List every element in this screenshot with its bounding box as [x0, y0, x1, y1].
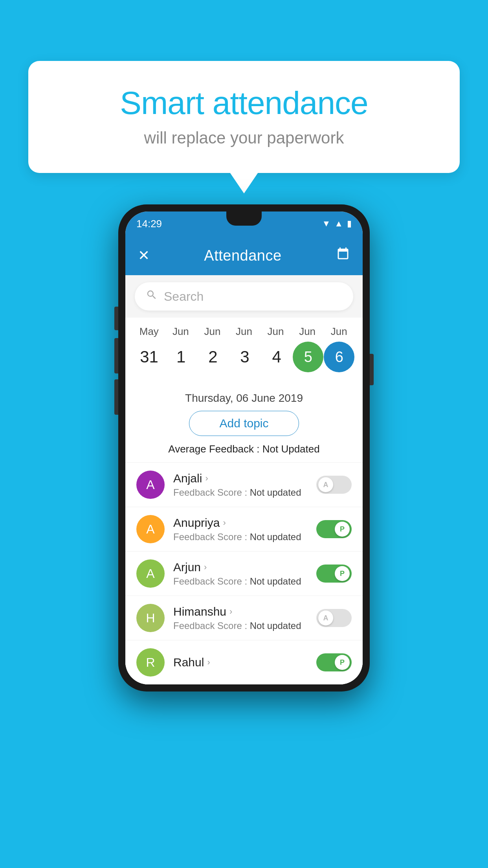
date-2[interactable]: 2	[197, 348, 229, 366]
student-item-anjali: A Anjali › Feedback Score : Not updated	[125, 462, 363, 507]
student-item-arjun: A Arjun › Feedback Score : Not updated	[125, 551, 363, 596]
selected-date: Thursday, 06 June 2019	[125, 383, 363, 411]
month-3: Jun	[228, 326, 260, 338]
search-placeholder: Search	[164, 289, 204, 304]
search-container: Search	[125, 275, 363, 318]
speech-bubble-container: Smart attendance will replace your paper…	[28, 61, 460, 173]
date-3[interactable]: 3	[229, 348, 261, 366]
phone-outer: 14:29 ▼ ▲ ▮ ✕ Attendance	[118, 204, 370, 691]
avg-feedback: Average Feedback : Not Updated	[125, 443, 363, 462]
calendar-months-row: May Jun Jun Jun Jun Jun Jun	[125, 326, 363, 338]
avatar-anjali: A	[136, 471, 165, 499]
month-5: Jun	[292, 326, 323, 338]
battery-icon: ▮	[347, 219, 352, 229]
score-himanshu: Feedback Score : Not updated	[173, 620, 308, 631]
student-item-anupriya: A Anupriya › Feedback Score : Not update…	[125, 507, 363, 551]
app-bar-title: Attendance	[204, 247, 281, 264]
name-partial[interactable]: Rahul ›	[173, 656, 308, 669]
side-button-power	[370, 354, 374, 385]
date-6-selected[interactable]: 6	[324, 342, 354, 372]
status-icons: ▼ ▲ ▮	[322, 219, 352, 229]
toggle-himanshu[interactable]: A	[316, 609, 352, 627]
info-himanshu: Himanshu › Feedback Score : Not updated	[173, 605, 308, 631]
score-arjun: Feedback Score : Not updated	[173, 576, 308, 587]
bubble-subtitle: will replace your paperwork	[60, 129, 428, 147]
toggle-anjali[interactable]: A	[316, 476, 352, 494]
date-1[interactable]: 1	[165, 348, 197, 366]
app-bar: ✕ Attendance	[125, 236, 363, 275]
name-arjun[interactable]: Arjun ›	[173, 561, 308, 574]
score-anjali: Feedback Score : Not updated	[173, 487, 308, 498]
student-item-partial: R Rahul › P	[125, 640, 363, 684]
student-list: A Anjali › Feedback Score : Not updated	[125, 462, 363, 684]
date-5-today[interactable]: 5	[293, 342, 323, 372]
name-anupriya[interactable]: Anupriya ›	[173, 516, 308, 530]
info-partial: Rahul ›	[173, 656, 308, 669]
status-bar: 14:29 ▼ ▲ ▮	[125, 211, 363, 236]
chevron-anjali: ›	[205, 473, 208, 484]
month-4: Jun	[260, 326, 292, 338]
bubble-title: Smart attendance	[60, 85, 428, 121]
chevron-himanshu: ›	[229, 607, 232, 617]
toggle-partial[interactable]: P	[316, 653, 352, 671]
wifi-icon: ▼	[322, 219, 330, 229]
toggle-anupriya[interactable]: P	[316, 520, 352, 538]
calendar-button[interactable]	[336, 247, 350, 265]
phone-screen: 14:29 ▼ ▲ ▮ ✕ Attendance	[125, 211, 363, 684]
date-4[interactable]: 4	[261, 348, 292, 366]
avg-feedback-label: Average Feedback :	[168, 443, 262, 455]
month-1: Jun	[165, 326, 196, 338]
search-bar[interactable]: Search	[135, 282, 353, 311]
signal-icon: ▲	[334, 219, 343, 229]
calendar-dates-row: 31 1 2 3 4 5 6	[125, 342, 363, 372]
content-area: Thursday, 06 June 2019 Add topic Average…	[125, 383, 363, 684]
avatar-arjun: A	[136, 559, 165, 588]
search-icon	[146, 289, 158, 304]
notch	[226, 211, 262, 226]
month-0: May	[133, 326, 165, 338]
month-6: Jun	[323, 326, 355, 338]
phone-mockup: 14:29 ▼ ▲ ▮ ✕ Attendance	[118, 204, 370, 691]
date-31[interactable]: 31	[134, 348, 165, 366]
student-item-himanshu: H Himanshu › Feedback Score : Not update…	[125, 596, 363, 640]
close-button[interactable]: ✕	[138, 247, 150, 264]
side-button-volume-up	[114, 338, 118, 373]
avatar-himanshu: H	[136, 604, 165, 632]
calendar-strip: May Jun Jun Jun Jun Jun Jun 31 1 2 3 4 5…	[125, 318, 363, 383]
chevron-arjun: ›	[204, 562, 207, 572]
score-anupriya: Feedback Score : Not updated	[173, 531, 308, 542]
name-himanshu[interactable]: Himanshu ›	[173, 605, 308, 618]
avatar-partial: R	[136, 648, 165, 677]
chevron-partial: ›	[207, 657, 210, 668]
month-2: Jun	[196, 326, 228, 338]
avatar-anupriya: A	[136, 515, 165, 543]
info-anjali: Anjali › Feedback Score : Not updated	[173, 472, 308, 498]
info-arjun: Arjun › Feedback Score : Not updated	[173, 561, 308, 587]
info-anupriya: Anupriya › Feedback Score : Not updated	[173, 516, 308, 542]
add-topic-button[interactable]: Add topic	[189, 411, 299, 436]
name-anjali[interactable]: Anjali ›	[173, 472, 308, 485]
speech-bubble: Smart attendance will replace your paper…	[28, 61, 460, 173]
status-time: 14:29	[136, 218, 162, 230]
side-button-volume-down	[114, 379, 118, 415]
side-button-left1	[114, 307, 118, 330]
toggle-arjun[interactable]: P	[316, 565, 352, 583]
avg-feedback-value: Not Updated	[262, 443, 320, 455]
chevron-anupriya: ›	[223, 518, 226, 528]
